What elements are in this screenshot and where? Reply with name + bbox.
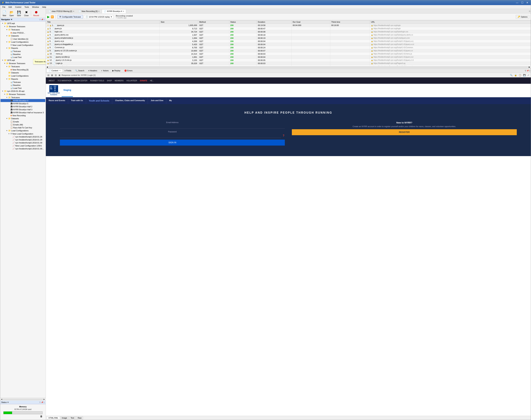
dd-charities[interactable]: Charities, Clubs and Community	[112, 97, 148, 104]
tab-replay[interactable]: ▶ Replay	[110, 69, 122, 73]
tab-fields[interactable]: ≡ Fields	[63, 69, 73, 72]
options-button[interactable]: 🔑 Options	[516, 15, 530, 19]
tab-clearpod[interactable]: 📄 clear POD10 filtering [2] ✕	[46, 9, 76, 13]
preview-icon-grid3[interactable]: ▥	[54, 74, 57, 76]
table-row[interactable]: 🔒 12. 📄 jquery-1.6.3.min.js 3,155 GET 20…	[46, 59, 531, 62]
tree-loadconfigs-3[interactable]: ▼ 📁 Load Configurations	[0, 129, 45, 132]
minimize-button[interactable]: —	[515, 1, 519, 4]
tree-nyrr-half2[interactable]: 🎥 NYRR Brooklyn Half 2	[0, 105, 45, 108]
table-row[interactable]: 🔒 6. 📄 jquery-ui.js 4,269 GET 200 00:00:…	[46, 40, 531, 43]
col-method[interactable]: Method	[198, 20, 229, 24]
table-row[interactable]: 🔒 9. 📄 jquery-ui-1.8.16.custom.js 10,600…	[46, 49, 531, 52]
tree-browser-testcases-3[interactable]: ▼ 📁 Browser Testcases	[0, 93, 45, 96]
tree-lc-file-2[interactable]: 📈 nyrr-freddevfrontp5-2018-01-29	[0, 138, 45, 141]
tree-reports-2[interactable]: ▼ 📁 Reports	[0, 77, 45, 81]
tree-nyrr-half3[interactable]: 🎥 NYRR Brooklyn Half 3	[0, 108, 45, 111]
configurable-testcase-button[interactable]: ⚙ Configurable Testcase	[57, 15, 83, 19]
tree-emails-all[interactable]: 📋 Emails (All)	[0, 123, 45, 126]
tree-report-loadtest-1[interactable]: 📊 Load Test	[0, 56, 45, 59]
table-scrollbar[interactable]: ◀ ▶	[46, 66, 531, 68]
dd-train-with-us[interactable]: Train with Us	[68, 97, 86, 104]
nav-shop[interactable]: SHOP	[107, 79, 112, 82]
tab-search[interactable]: 🔍 Search	[73, 69, 86, 73]
play-button[interactable]: ▶	[47, 15, 50, 19]
tree-report-testcase-1[interactable]: 📊 Testcase	[0, 50, 45, 53]
file-tab-raw[interactable]: Raw	[76, 416, 83, 420]
col-duration[interactable]: Duration	[257, 20, 291, 24]
menu-window[interactable]: Window	[31, 6, 40, 8]
nav-donate[interactable]: DONATE	[140, 79, 147, 82]
tree-datasets-3[interactable]: ▼ 📁 Datasets	[0, 117, 45, 120]
tree-testcases-2[interactable]: ▼ 📁 Testcases	[0, 65, 45, 68]
nav-media[interactable]: MEDIA CENTER	[74, 79, 88, 82]
record-button[interactable]: ⏺ Record	[32, 10, 40, 17]
scroll-left-arrow[interactable]: ◀	[1, 398, 2, 400]
trash-icon[interactable]: 🗑	[40, 415, 43, 418]
tree-testcases-3[interactable]: ▼ 📁 Testcases	[0, 96, 45, 99]
tree-lc-file-3[interactable]: 📈 nyrr-freddevfrontp5-2018-01-30	[0, 141, 45, 144]
tree-emails[interactable]: 📋 Emails	[0, 120, 45, 123]
preview-icon-grid1[interactable]: ▤	[47, 74, 50, 76]
preview-icon-grid2[interactable]: ▦	[51, 74, 54, 76]
table-row[interactable]: ⚠ 🔒 1. 📄 jquery.js 1,805,699 GET 200 00:…	[46, 24, 531, 27]
bottom-panel-max[interactable]: □	[529, 70, 530, 72]
tree-datasets-2[interactable]: 📁 Datasets	[0, 71, 45, 74]
nav-tcs[interactable]: TCS MARATHON	[57, 79, 71, 82]
table-row[interactable]: 🔒 2. 📄 jquery.js 9,713 GET 200 00:00:47 …	[46, 27, 531, 30]
tree-nyrr-brooklyn-5[interactable]: 🎥 NYRR Brooklyn 5	[0, 102, 45, 105]
menu-edit[interactable]: Edit	[7, 6, 13, 8]
preview-expand-icon[interactable]: ⤢	[527, 74, 530, 76]
tree-report-testcase-2[interactable]: 📊 Testcase	[0, 81, 45, 84]
tab-actors[interactable]: ✓ Actors	[99, 69, 110, 73]
table-row[interactable]: 🔒 7. 📄 jquery.ui.draggable.js 5,420 GET …	[46, 43, 531, 46]
col-size[interactable]: Size	[160, 20, 198, 24]
nav-icon-pin[interactable]: 📌	[41, 19, 43, 21]
col-title[interactable]: Title	[46, 20, 160, 24]
password-help-icon[interactable]: ❓	[282, 135, 285, 137]
tab-close-nyrr[interactable]: ✕	[123, 10, 124, 12]
tree-item-1870wpt[interactable]: ▼ 📁 1870.wpt	[0, 22, 45, 25]
tree-report-baseline-1[interactable]: 📊 Baseline	[0, 53, 45, 56]
tree-lc-file-5[interactable]: 📈 nyrr-freddevfrontp5-2018-01-30...	[0, 147, 45, 150]
table-row[interactable]: 🔒 8. 📄 Common.js 8,705 GET 200 00:00:24 …	[46, 46, 531, 49]
tree-item-nyrr2018wpt[interactable]: ▼ 📁 nyrr-2018-01-30.wpt	[0, 90, 45, 93]
tab-close-content[interactable]: ✕	[59, 70, 61, 72]
preview-icon-grid4[interactable]: ▣	[58, 74, 61, 76]
tree-new-recording[interactable]: ◉ New Recording	[0, 114, 45, 117]
file-tab-text[interactable]: Text	[69, 416, 76, 420]
menu-tools[interactable]: Tools	[23, 6, 30, 8]
tree-new-load-config-3[interactable]: ▼ ⚙ New Load Configuration	[0, 132, 45, 135]
maximize-button[interactable]: ☐	[520, 1, 525, 4]
scroll-left[interactable]: ◀	[46, 66, 48, 68]
nav-my[interactable]: HE...	[150, 79, 154, 82]
close-button[interactable]: ✖ Close	[23, 10, 30, 17]
preview-lock-icon[interactable]: 🔒	[514, 74, 517, 76]
table-row[interactable]: 🔒 4. 📄 jquery.alerts.css 1,507 GET 200 0…	[46, 33, 531, 37]
tree-lc-file-1[interactable]: 📈 nyrr-freddevfrontp5-2018-01-26	[0, 135, 45, 138]
tab-area-collapse[interactable]: □	[529, 10, 530, 12]
tree-loadconfigs-2[interactable]: 📁 Load Configurations	[0, 74, 45, 77]
table-row[interactable]: 🔒 13. 📄 Login.js 35,029 GET 200 00:00:03…	[46, 62, 531, 65]
col-url[interactable]: URL	[370, 20, 531, 24]
menu-help[interactable]: Help	[41, 6, 47, 8]
tree-report-baseline-2[interactable]: 📊 Baseline	[0, 84, 45, 87]
nav-volunteer[interactable]: VOLUNTEER	[126, 79, 137, 82]
menu-control[interactable]: Control	[14, 6, 23, 8]
scroll-right-arrow[interactable]: ▶	[44, 398, 45, 400]
nav-about[interactable]: ABOUT	[49, 79, 55, 82]
tree-lc-file-4[interactable]: 📈 New Load Configuration 1/30/1	[0, 144, 45, 147]
register-button[interactable]: REGISTER	[292, 129, 517, 135]
nav-icon-minimize[interactable]: ▽	[39, 19, 41, 21]
tree-race-cart[interactable]: 📋 Race Add To Cart Key	[0, 126, 45, 129]
dd-youth-schools[interactable]: Youth and Schools	[86, 97, 112, 104]
email-input[interactable]	[60, 124, 285, 129]
status-icon-min[interactable]: ▽	[39, 401, 41, 403]
col-status[interactable]: Status	[229, 20, 257, 24]
signin-button[interactable]: SIGN IN	[60, 140, 285, 146]
tree-browser-testcases-1[interactable]: ▼ 📁 Browser Testcases	[0, 25, 45, 28]
preview-copy-icon[interactable]: 📋	[518, 74, 522, 76]
table-row[interactable]: 🔒 11. 📄 jquery-scroller.js 1,691 GET 200…	[46, 56, 531, 59]
nav-runner[interactable]: RUNNER TOOLS	[90, 79, 104, 82]
nav-icon-maximize[interactable]: □	[44, 19, 45, 21]
tree-loadconfig-1[interactable]: ▼ 📁 Load Configurations	[0, 40, 45, 44]
